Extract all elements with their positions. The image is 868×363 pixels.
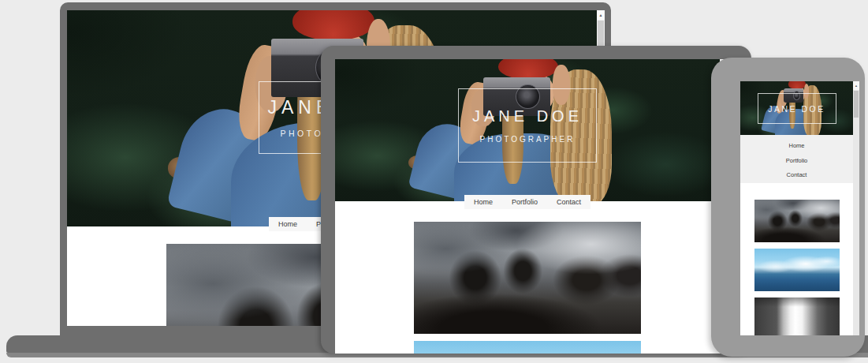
nav-home[interactable]: Home: [474, 198, 493, 206]
phone-bezel: JANE DOE Home Portfolio Contact ▲: [711, 58, 865, 357]
phone-screen: JANE DOE Home Portfolio Contact ▲: [740, 81, 859, 335]
hero-image: JANE DOE: [740, 81, 853, 135]
site-title: JANE DOE: [472, 107, 583, 125]
tablet-page: JANE DOE PHOTOGRAPHER Home Portfolio Con…: [335, 59, 720, 354]
portfolio-image-waterfall[interactable]: [754, 298, 840, 335]
scroll-up-icon: ▲: [599, 13, 603, 17]
portfolio-image-ocean-horizon[interactable]: [754, 249, 840, 291]
scroll-up-button[interactable]: ▲: [853, 81, 859, 90]
nav-home[interactable]: Home: [740, 139, 853, 154]
scrollbar[interactable]: ▲: [853, 81, 859, 335]
site-subtitle: PHOTOGRAPHER: [480, 135, 576, 144]
nav-contact[interactable]: Contact: [557, 198, 581, 206]
nav-contact[interactable]: Contact: [740, 168, 853, 183]
responsive-preview-canvas: JANE DOE PHOTOGRAPHER Home Portfolio Con…: [0, 0, 868, 363]
nav-home[interactable]: Home: [278, 220, 297, 228]
tablet-screen: JANE DOE PHOTOGRAPHER Home Portfolio Con…: [335, 59, 728, 354]
site-title: JANE DOE: [768, 104, 825, 114]
portfolio-image-rocky-seascape[interactable]: [754, 200, 840, 242]
portfolio-image-rocky-seascape[interactable]: [414, 222, 641, 334]
tablet-bezel: JANE DOE PHOTOGRAPHER Home Portfolio Con…: [321, 46, 751, 354]
hero-image: JANE DOE PHOTOGRAPHER: [335, 59, 720, 201]
nav-portfolio[interactable]: Portfolio: [740, 154, 853, 169]
portfolio-image-ocean-horizon[interactable]: [414, 341, 641, 354]
site-title-box: JANE DOE: [758, 93, 836, 124]
main-nav: Home Portfolio Contact: [740, 135, 853, 183]
scroll-up-icon: ▲: [855, 84, 858, 88]
main-nav: Home Portfolio Contact: [464, 195, 590, 209]
red-beanie: [498, 59, 558, 79]
site-title-box: JANE DOE PHOTOGRAPHER: [458, 88, 597, 163]
scroll-up-button[interactable]: ▲: [597, 10, 605, 20]
nav-portfolio[interactable]: Portfolio: [512, 198, 538, 206]
phone-page: JANE DOE Home Portfolio Contact: [740, 81, 853, 335]
red-beanie: [292, 10, 374, 40]
scrollbar-thumb[interactable]: [854, 91, 859, 118]
